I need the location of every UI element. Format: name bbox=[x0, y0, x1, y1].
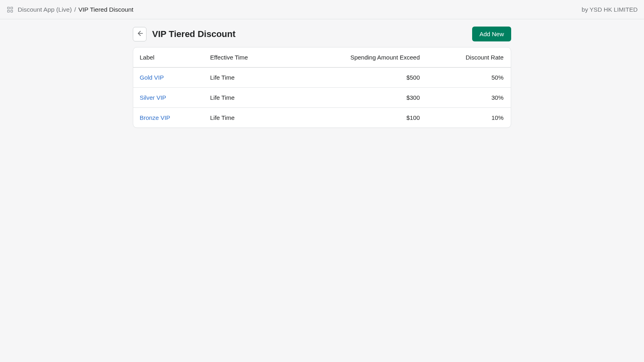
svg-rect-3 bbox=[11, 10, 13, 12]
vendor-attribution: by YSD HK LIMITED bbox=[582, 6, 638, 13]
add-new-button[interactable]: Add New bbox=[472, 27, 511, 41]
svg-rect-1 bbox=[11, 7, 13, 9]
vendor-prefix: by bbox=[582, 6, 590, 13]
breadcrumb-root[interactable]: Discount App (Live) bbox=[18, 6, 72, 13]
page-header: VIP Tiered Discount Add New bbox=[133, 27, 511, 41]
col-header-discount-rate: Discount Rate bbox=[426, 47, 511, 68]
breadcrumb-current: VIP Tiered Discount bbox=[78, 6, 134, 13]
tier-table-card: Label Effective Time Spending Amount Exc… bbox=[133, 47, 511, 128]
cell-effective-time: Life Time bbox=[204, 68, 332, 88]
tier-link[interactable]: Silver VIP bbox=[140, 94, 166, 101]
table-row: Gold VIP Life Time $500 50% bbox=[133, 68, 511, 88]
breadcrumb: Discount App (Live) / VIP Tiered Discoun… bbox=[18, 6, 133, 13]
cell-effective-time: Life Time bbox=[204, 88, 332, 108]
top-bar-left: Discount App (Live) / VIP Tiered Discoun… bbox=[6, 6, 133, 13]
svg-rect-0 bbox=[8, 7, 10, 9]
cell-discount-rate: 50% bbox=[426, 68, 511, 88]
col-header-effective-time: Effective Time bbox=[204, 47, 332, 68]
cell-discount-rate: 30% bbox=[426, 88, 511, 108]
table-row: Bronze VIP Life Time $100 10% bbox=[133, 108, 511, 128]
vendor-name: YSD HK LIMITED bbox=[590, 6, 638, 13]
tier-link[interactable]: Bronze VIP bbox=[140, 114, 170, 121]
page-container: VIP Tiered Discount Add New Label Effect… bbox=[133, 27, 511, 128]
top-bar: Discount App (Live) / VIP Tiered Discoun… bbox=[0, 0, 644, 19]
breadcrumb-separator: / bbox=[74, 6, 76, 13]
table-row: Silver VIP Life Time $300 30% bbox=[133, 88, 511, 108]
svg-rect-2 bbox=[8, 10, 10, 12]
col-header-label: Label bbox=[133, 47, 204, 68]
arrow-left-icon bbox=[136, 30, 143, 38]
app-icon bbox=[6, 6, 14, 13]
tier-table: Label Effective Time Spending Amount Exc… bbox=[133, 47, 511, 128]
cell-spending: $300 bbox=[332, 88, 426, 108]
cell-effective-time: Life Time bbox=[204, 108, 332, 128]
cell-discount-rate: 10% bbox=[426, 108, 511, 128]
cell-spending: $500 bbox=[332, 68, 426, 88]
col-header-spending: Spending Amount Exceed bbox=[332, 47, 426, 68]
page-header-left: VIP Tiered Discount bbox=[133, 27, 235, 41]
tier-link[interactable]: Gold VIP bbox=[140, 74, 164, 81]
cell-spending: $100 bbox=[332, 108, 426, 128]
table-header-row: Label Effective Time Spending Amount Exc… bbox=[133, 47, 511, 68]
back-button[interactable] bbox=[133, 27, 147, 41]
page-title: VIP Tiered Discount bbox=[152, 29, 235, 39]
